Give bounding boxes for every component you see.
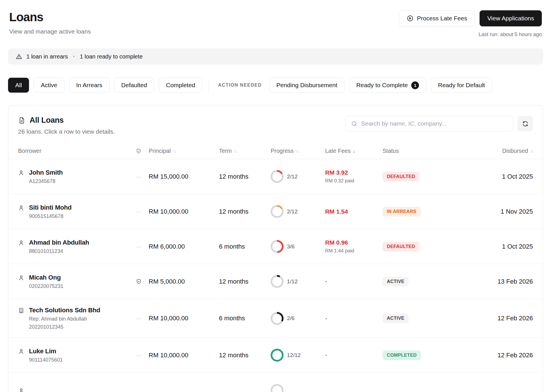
tab-label: Active xyxy=(41,82,57,89)
late-fee-none: - xyxy=(325,352,327,358)
page-subtitle: View and manage active loans xyxy=(9,28,91,35)
tab-all[interactable]: All xyxy=(8,78,29,93)
borrower-cell: Micah Ong020220075231 xyxy=(18,274,129,289)
empty-dash: — xyxy=(136,315,141,321)
tab-label: Defaulted xyxy=(121,82,147,89)
borrower-cell: John SmithA12345678 xyxy=(18,169,129,184)
empty-dash: — xyxy=(136,352,141,358)
status-filter-tabs: AllActiveIn ArrearsDefaultedCompleted xyxy=(8,78,202,93)
borrower-cell: Ahmad bin Abdullah880101011234 xyxy=(18,239,129,254)
column-label: Principal xyxy=(149,148,171,154)
alert-ready-text: 1 loan ready to complete xyxy=(80,53,143,60)
borrower-cell: Luke Lim901114075601 xyxy=(18,348,129,363)
table-row[interactable]: Tech Solutions Sdn BhdRep: Ahmad bin Abd… xyxy=(8,299,543,338)
column-label: Term xyxy=(219,148,232,154)
progress-donut xyxy=(271,170,284,183)
sort-icon: ↑↓ xyxy=(530,149,533,153)
term-cell: 12 months xyxy=(219,173,271,180)
late-fee-amount: RM 3.92 xyxy=(325,169,383,176)
tab-completed[interactable]: Completed xyxy=(159,78,202,93)
tab-in-arrears[interactable]: In Arrears xyxy=(69,78,110,93)
column-header-late-fees[interactable]: Late Fees↓ xyxy=(325,148,383,154)
tab-label: Ready for Default xyxy=(438,82,485,89)
search-icon xyxy=(351,120,358,127)
principal-cell: RM 15,000.00 xyxy=(149,173,219,180)
progress-donut xyxy=(271,240,284,253)
progress-cell: 1/12 xyxy=(271,275,325,288)
progress-cell: 2/12 xyxy=(271,170,325,183)
progress-donut xyxy=(271,384,284,392)
person-icon xyxy=(18,388,24,392)
tab-defaulted[interactable]: Defaulted xyxy=(114,78,154,93)
status-cell: IN ARREARS xyxy=(383,207,474,217)
guarantor-cell xyxy=(129,278,149,284)
column-header-disbursed[interactable]: Disbursed↑↓ xyxy=(474,148,533,154)
column-label: Late Fees xyxy=(325,148,351,154)
warning-triangle-icon xyxy=(15,53,22,60)
principal-cell: RM 10,000.00 xyxy=(149,208,219,215)
tab-ready-to-complete[interactable]: Ready to Complete1 xyxy=(349,78,426,93)
borrower-cell: Siti binti Mohd900515145678 xyxy=(18,204,129,219)
empty-dash: — xyxy=(136,208,141,215)
column-header-principal[interactable]: Principal↑↓ xyxy=(149,148,219,154)
column-header-progress[interactable]: Progress↑↓ xyxy=(271,148,325,154)
loans-card-subtitle: 26 loans. Click a row to view details. xyxy=(18,128,115,135)
search-box[interactable] xyxy=(346,116,513,131)
status-badge: COMPLETED xyxy=(383,350,421,360)
table-row[interactable]: John SmithA12345678—RM 15,000.0012 month… xyxy=(8,159,543,194)
process-late-fees-button[interactable]: Process Late Fees xyxy=(399,10,475,26)
disbursed-cell: 1 Oct 2025 xyxy=(474,173,533,180)
progress-cell xyxy=(271,384,325,392)
tab-pending-disbursement[interactable]: Pending Disbursement xyxy=(269,78,344,93)
late-fee-paid: RM 0.32 paid xyxy=(325,178,383,184)
table-row[interactable] xyxy=(8,373,543,392)
view-applications-button[interactable]: View Applications xyxy=(480,10,542,26)
action-filter-tabs: Pending DisbursementReady to Complete1Re… xyxy=(269,78,492,93)
borrower-id: A12345678 xyxy=(29,178,63,184)
status-badge: ACTIVE xyxy=(383,313,409,323)
column-header-borrower: Borrower xyxy=(18,148,129,154)
borrower-id: 880101011234 xyxy=(29,248,89,254)
alert-separator: • xyxy=(73,54,75,59)
late-fee-paid: RM 1.44 paid xyxy=(325,248,383,254)
person-icon xyxy=(18,170,24,176)
term-cell: 6 months xyxy=(219,315,271,322)
file-icon xyxy=(18,117,26,124)
table-row[interactable]: Ahmad bin Abdullah880101011234—RM 6,000.… xyxy=(8,229,543,264)
person-icon xyxy=(18,205,24,211)
disbursed-cell: 1 Oct 2025 xyxy=(474,243,533,250)
search-input[interactable] xyxy=(361,120,508,127)
last-run-text: Last run: about 5 hours ago xyxy=(479,32,542,38)
status-badge: DEFAULTED xyxy=(383,172,419,182)
alert-banner: 1 loan in arrears • 1 loan ready to comp… xyxy=(8,48,543,65)
shield-icon xyxy=(136,278,142,284)
progress-donut xyxy=(271,312,284,325)
progress-label: 2/12 xyxy=(287,173,298,180)
action-needed-label: ACTION NEEDED xyxy=(218,83,262,88)
table-row[interactable]: Siti binti Mohd900515145678—RM 10,000.00… xyxy=(8,194,543,229)
filter-divider xyxy=(209,79,209,91)
late-fees-cell: RM 0.96RM 1.44 paid xyxy=(325,239,383,254)
tab-active[interactable]: Active xyxy=(34,78,64,93)
table-row[interactable]: Micah Ong020220075231RM 5,000.0012 month… xyxy=(8,264,543,299)
borrower-id: 900515145678 xyxy=(29,213,72,219)
table-body: John SmithA12345678—RM 15,000.0012 month… xyxy=(8,159,543,392)
disbursed-cell: 12 Feb 2026 xyxy=(474,352,533,359)
column-header-term[interactable]: Term↑↓ xyxy=(219,148,271,154)
filter-bar: AllActiveIn ArrearsDefaultedCompleted AC… xyxy=(8,78,543,93)
table-row[interactable]: Luke Lim901114075601—RM 10,000.0012 mont… xyxy=(8,338,543,373)
borrower-cell: Tech Solutions Sdn BhdRep: Ahmad bin Abd… xyxy=(18,307,129,330)
play-circle-icon xyxy=(407,15,414,22)
guarantor-cell: — xyxy=(129,173,149,180)
page-title: Loans xyxy=(9,10,91,24)
refresh-button[interactable] xyxy=(517,116,533,131)
guarantor-cell: — xyxy=(129,243,149,250)
column-label: Progress xyxy=(271,148,294,154)
empty-dash: — xyxy=(136,243,141,250)
borrower-name: Siti binti Mohd xyxy=(29,204,72,211)
tab-ready-for-default[interactable]: Ready for Default xyxy=(431,78,492,93)
disbursed-cell: 12 Feb 2026 xyxy=(474,315,533,322)
status-cell: DEFAULTED xyxy=(383,172,474,182)
borrower-id: 202201012345 xyxy=(29,324,100,330)
term-cell: 6 months xyxy=(219,243,271,250)
